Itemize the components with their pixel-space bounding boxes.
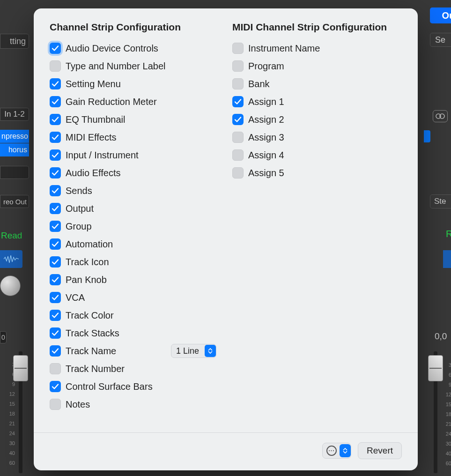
midi-strip-checkbox[interactable] <box>232 132 244 143</box>
channel-strip-option-row: Audio Effects <box>50 164 219 182</box>
channel-strip-checkbox[interactable] <box>50 96 61 107</box>
midi-strip-checkbox[interactable] <box>232 78 244 89</box>
setting-button-right[interactable]: Se <box>430 33 451 47</box>
channel-strip-checkbox[interactable] <box>50 221 61 232</box>
channel-strip-label: Audio Device Controls <box>66 43 158 54</box>
midi-strip-label: Instrument Name <box>248 43 320 54</box>
midi-strip-option-row: Assign 3 <box>232 128 402 146</box>
channel-strip-option-row: Track Color <box>50 306 219 324</box>
plugin-slot-compressor[interactable]: npresso <box>0 130 29 143</box>
channel-strip-checkbox[interactable] <box>50 167 61 178</box>
automation-mode-right[interactable]: R <box>446 229 451 239</box>
output-slot-right[interactable]: Ste <box>430 194 451 208</box>
channel-strip-checkbox[interactable] <box>50 185 61 196</box>
left-column: Channel Strip Configuration Audio Device… <box>50 22 219 430</box>
channel-strip-label: Setting Menu <box>66 79 121 89</box>
channel-strip-label: Group <box>66 221 92 232</box>
channel-strip-label: Track Stacks <box>66 328 119 339</box>
midi-strip-checkbox[interactable] <box>232 60 244 72</box>
channel-strip-label: Notes <box>66 399 90 410</box>
midi-strip-label: Bank <box>248 79 270 89</box>
midi-strip-checkbox[interactable] <box>232 43 244 54</box>
channel-strip-checkbox[interactable] <box>50 238 61 250</box>
channel-strip-checkbox[interactable] <box>50 363 61 374</box>
channel-strip-checkbox[interactable] <box>50 381 61 392</box>
fader-right[interactable]: 3691215182124304060 <box>432 351 451 476</box>
channel-strip-label: Track Icon <box>66 257 109 268</box>
channel-strip-checkbox[interactable] <box>50 399 61 410</box>
channel-strip-checkbox[interactable] <box>50 274 61 285</box>
channel-strip-option-row: Output <box>50 200 219 217</box>
channel-strip-label: Gain Reduction Meter <box>66 97 157 107</box>
channel-strip-option-row: Group <box>50 217 219 235</box>
track-name-lines-select[interactable]: 1 Line <box>171 344 216 358</box>
midi-strip-option-row: Instrument Name <box>232 39 402 57</box>
midi-strip-label: Assign 1 <box>248 97 284 107</box>
midi-strip-option-row: Program <box>232 57 402 75</box>
channel-strip-label: Track Color <box>66 310 114 321</box>
midi-strip-label: Assign 3 <box>248 132 284 143</box>
channel-strip-checkbox[interactable] <box>50 60 61 72</box>
channel-strip-option-row: Track Number <box>50 360 219 378</box>
channel-strip-checkbox[interactable] <box>50 310 61 321</box>
midi-strip-option-row: Assign 1 <box>232 93 402 111</box>
plugin-slot-right[interactable] <box>424 130 430 142</box>
updown-arrows-icon <box>340 444 351 457</box>
empty-plugin-slot[interactable] <box>0 166 29 179</box>
channel-strip-option-row: Track Icon <box>50 253 219 271</box>
output-slot[interactable]: reo Out <box>0 195 29 208</box>
stereo-link-icon[interactable] <box>433 110 448 122</box>
channel-strip-option-row: Setting Menu <box>50 75 219 93</box>
fader-left[interactable]: 3691215182124304060 <box>0 351 28 476</box>
channel-strip-option-row: Pan Knob <box>50 271 219 289</box>
midi-strip-option-row: Assign 5 <box>232 164 402 182</box>
channel-strip-config-popover: Channel Strip Configuration Audio Device… <box>34 8 418 470</box>
channel-strip-option-row: MIDI Effects <box>50 128 219 146</box>
channel-strip-option-row: Sends <box>50 182 219 200</box>
channel-strip-option-row: Gain Reduction Meter <box>50 93 219 111</box>
channel-strip-checkbox[interactable] <box>50 203 61 214</box>
channel-strip-checkbox[interactable] <box>50 43 61 54</box>
revert-button[interactable]: Revert <box>358 442 402 459</box>
channel-strip-label: Track Name <box>66 346 116 357</box>
ellipsis-icon: ··· <box>326 446 337 456</box>
midi-strip-option-row: Assign 4 <box>232 146 402 164</box>
channel-strip-label: Audio Effects <box>66 168 120 178</box>
channel-strip-checkbox[interactable] <box>50 114 61 125</box>
channel-strip-checkbox[interactable] <box>50 132 61 143</box>
channel-strip-label: Sends <box>66 186 92 196</box>
setting-button-left[interactable]: tting <box>0 34 29 49</box>
input-selector[interactable]: In 1-2 <box>0 108 29 121</box>
channel-strip-label: Automation <box>66 239 113 250</box>
channel-strip-checkbox[interactable] <box>50 256 61 268</box>
channel-strip-label: Pan Knob <box>66 275 107 285</box>
midi-strip-label: Assign 2 <box>248 114 284 125</box>
channel-strip-checkbox[interactable] <box>50 327 61 339</box>
pan-knob[interactable] <box>0 274 25 299</box>
channel-strip-label: Input / Instrument <box>66 150 139 161</box>
channel-strip-label: Type and Number Label <box>66 61 165 72</box>
channel-strip-label: EQ Thumbnail <box>66 114 125 125</box>
midi-strip-checkbox[interactable] <box>232 114 244 125</box>
channel-strip-option-row: Track Stacks <box>50 324 219 342</box>
track-icon-wave <box>0 250 22 268</box>
vca-value-left: 0 <box>0 331 7 343</box>
channel-strip-label: MIDI Effects <box>66 132 117 143</box>
channel-strip-option-row: Audio Device Controls <box>50 39 219 57</box>
midi-strip-option-row: Bank <box>232 75 402 93</box>
channel-strip-label: Control Surface Bars <box>66 381 153 392</box>
right-column: MIDI Channel Strip Configuration Instrum… <box>232 22 402 430</box>
midi-strip-checkbox[interactable] <box>232 149 244 161</box>
preset-popup-button[interactable]: ··· <box>322 443 351 459</box>
channel-strip-checkbox[interactable] <box>50 292 61 303</box>
channel-strip-option-row: Automation <box>50 235 219 253</box>
automation-mode-read[interactable]: Read <box>0 229 24 243</box>
channel-strip-label: VCA <box>66 292 85 303</box>
plugin-slot-chorus[interactable]: horus <box>0 143 29 156</box>
channel-strip-checkbox[interactable] <box>50 345 61 357</box>
midi-strip-checkbox[interactable] <box>232 167 244 178</box>
midi-strip-checkbox[interactable] <box>232 96 244 107</box>
output-button[interactable]: Out <box>430 7 451 23</box>
channel-strip-checkbox[interactable] <box>50 78 61 89</box>
channel-strip-checkbox[interactable] <box>50 149 61 161</box>
